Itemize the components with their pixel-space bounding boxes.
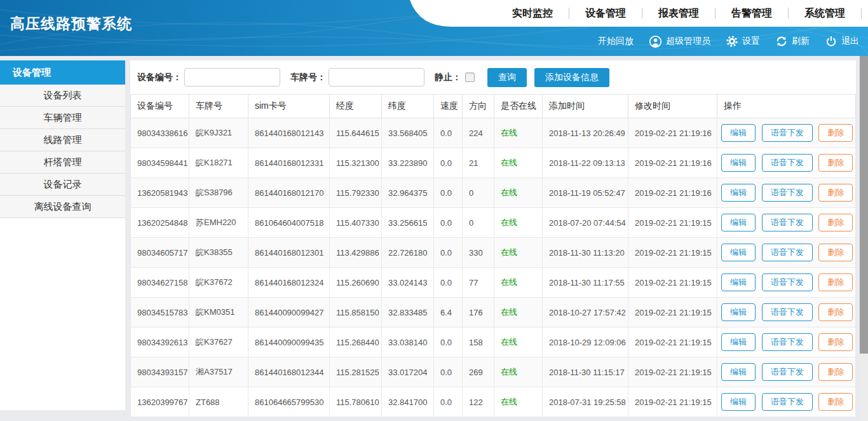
table-row: 98034392613 皖K37627 861440090099435 115.…: [131, 328, 856, 357]
top-nav-item[interactable]: 设备管理: [569, 7, 642, 20]
voice-send-button[interactable]: 语音下发: [762, 333, 813, 351]
device-number-cell: 13620399767: [131, 387, 189, 417]
sidebar-item[interactable]: 车辆管理: [0, 107, 125, 129]
table-row: 98034393157 湘A37517 861440168012344 115.…: [131, 357, 856, 387]
top-nav-item[interactable]: 报表管理: [642, 7, 715, 20]
sidebar-item-device-management[interactable]: 设备管理: [0, 60, 125, 85]
edit-button[interactable]: 编辑: [721, 363, 756, 381]
latitude-cell: 22.726180: [382, 238, 434, 268]
voice-send-button[interactable]: 语音下发: [762, 154, 813, 172]
modified-time-cell: 2019-02-21 21:19:15: [628, 357, 717, 387]
sidebar-item[interactable]: 设备记录: [0, 174, 125, 196]
voice-send-button[interactable]: 语音下发: [762, 273, 813, 291]
refresh-button[interactable]: 刷新: [775, 35, 810, 48]
sidebar-item[interactable]: 线路管理: [0, 129, 125, 151]
added-time-cell: 2018-10-29 12:09:06: [543, 328, 628, 357]
top-nav-item[interactable]: 实时监控: [496, 7, 569, 20]
sidebar-item[interactable]: 杆塔管理: [0, 151, 125, 174]
delete-button[interactable]: 删除: [818, 124, 853, 142]
plate-number-cell: 皖K38355: [189, 238, 248, 268]
voice-send-button[interactable]: 语音下发: [762, 244, 813, 261]
speed-cell: 6.4: [434, 298, 463, 328]
edit-button[interactable]: 编辑: [721, 393, 756, 411]
voice-send-button[interactable]: 语音下发: [762, 303, 813, 321]
table-row: 98034605717 皖K38355 861440168012301 113.…: [131, 238, 856, 268]
edit-button[interactable]: 编辑: [721, 244, 756, 261]
voice-send-button[interactable]: 语音下发: [762, 214, 813, 231]
sim-card-cell: 861440168012324: [248, 268, 330, 298]
logout-label: 退出: [841, 36, 859, 47]
content-panel: 设备编号： 车牌号： 静止： 查询 添加设备信息 设备编号车牌号sim卡号经度纬…: [130, 60, 856, 417]
delete-button[interactable]: 删除: [818, 363, 853, 381]
added-time-cell: 2018-11-30 11:17:55: [543, 268, 628, 298]
voice-send-button[interactable]: 语音下发: [762, 393, 813, 411]
delete-button[interactable]: 删除: [818, 184, 853, 202]
edit-button[interactable]: 编辑: [721, 303, 756, 321]
sim-card-cell: 861440168012170: [248, 178, 330, 208]
query-button[interactable]: 查询: [487, 68, 527, 87]
direction-cell: 176: [463, 298, 494, 328]
device-number-cell: 13620581943: [131, 178, 189, 208]
delete-button[interactable]: 删除: [818, 303, 853, 321]
sidebar-item[interactable]: 设备列表: [0, 85, 125, 107]
delete-button[interactable]: 删除: [818, 214, 853, 231]
delete-button[interactable]: 删除: [818, 244, 853, 261]
user-menu[interactable]: 超级管理员: [649, 35, 710, 48]
scrollbar-thumb[interactable]: [860, 56, 868, 354]
voice-send-button[interactable]: 语音下发: [762, 124, 813, 142]
edit-button[interactable]: 编辑: [721, 214, 756, 231]
plate-number-cell: 皖K37672: [189, 268, 248, 298]
added-time-cell: 2018-11-19 05:52:47: [543, 178, 628, 208]
still-checkbox[interactable]: [465, 72, 475, 82]
edit-button[interactable]: 编辑: [721, 333, 756, 351]
direction-cell: 330: [463, 238, 494, 268]
latitude-cell: 33.568405: [382, 118, 434, 148]
header-toolbar: 开始回放 超级管理员 设置: [598, 27, 859, 56]
add-device-button[interactable]: 添加设备信息: [534, 68, 609, 87]
table-header-cell: 是否在线: [494, 95, 543, 118]
direction-cell: 21: [463, 148, 494, 178]
online-status-cell: 在线: [494, 328, 543, 357]
settings-button[interactable]: 设置: [726, 35, 760, 48]
added-time-cell: 2018-07-20 07:44:54: [543, 208, 628, 238]
app-header: 高压线路预警系统 实时监控设备管理报表管理告警管理系统管理 开始回放 超级管理员: [0, 0, 868, 56]
speed-cell: 0.0: [434, 357, 463, 387]
online-status-cell: 在线: [494, 387, 543, 417]
plate-number-input[interactable]: [329, 68, 424, 86]
delete-button[interactable]: 删除: [818, 273, 853, 291]
longitude-cell: 115.858150: [330, 298, 382, 328]
sim-card-cell: 861440168012331: [248, 148, 330, 178]
delete-button[interactable]: 删除: [818, 393, 853, 411]
actions-cell: 编辑 语音下发 删除: [717, 148, 856, 178]
longitude-cell: 115.260690: [330, 268, 382, 298]
modified-time-cell: 2019-02-21 21:19:16: [628, 118, 717, 148]
actions-cell: 编辑 语音下发 删除: [717, 268, 856, 298]
modified-time-cell: 2019-02-21 21:19:15: [628, 298, 717, 328]
longitude-cell: 115.281525: [330, 357, 382, 387]
device-number-cell: 98034598441: [131, 148, 189, 178]
delete-button[interactable]: 删除: [818, 154, 853, 172]
device-number-input[interactable]: [184, 68, 280, 86]
power-icon: [825, 35, 837, 48]
edit-button[interactable]: 编辑: [721, 124, 756, 142]
sim-card-cell: 861440090099427: [248, 298, 330, 328]
table-header-cell: 速度: [434, 95, 463, 118]
logout-button[interactable]: 退出: [825, 35, 859, 48]
refresh-label: 刷新: [792, 36, 810, 47]
added-time-cell: 2018-07-31 19:25:58: [543, 387, 628, 417]
vertical-scrollbar[interactable]: [860, 56, 868, 421]
edit-button[interactable]: 编辑: [721, 184, 756, 202]
delete-button[interactable]: 删除: [818, 333, 853, 351]
user-role-label: 超级管理员: [666, 36, 710, 47]
table-header-cell: 纬度: [382, 95, 434, 118]
voice-send-button[interactable]: 语音下发: [762, 184, 813, 202]
start-replay-button[interactable]: 开始回放: [598, 36, 634, 47]
edit-button[interactable]: 编辑: [721, 154, 756, 172]
top-nav-item[interactable]: 系统管理: [789, 7, 861, 20]
modified-time-cell: 2019-02-21 21:19:15: [628, 268, 717, 298]
edit-button[interactable]: 编辑: [721, 273, 756, 291]
added-time-cell: 2018-11-13 20:26:49: [543, 118, 628, 148]
sidebar-item[interactable]: 离线设备查询: [0, 196, 125, 218]
top-nav-item[interactable]: 告警管理: [715, 7, 788, 20]
voice-send-button[interactable]: 语音下发: [762, 363, 813, 381]
